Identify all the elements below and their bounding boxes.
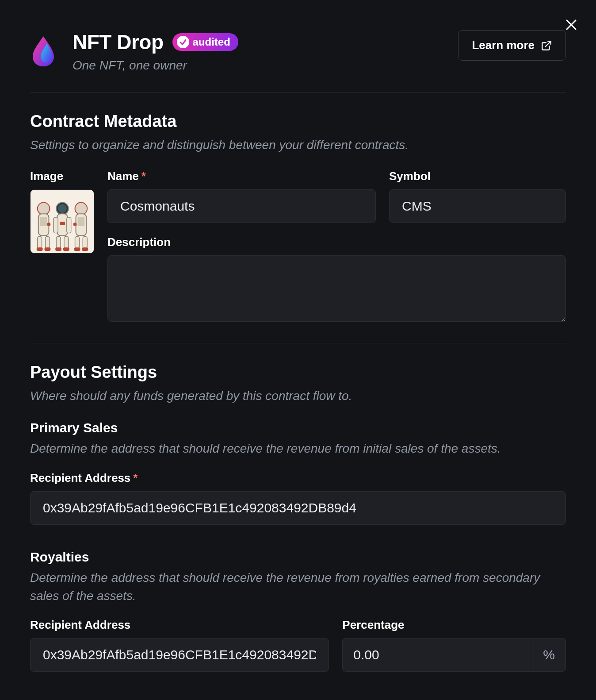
royalties-percentage-col: Percentage % (342, 618, 566, 672)
learn-more-label: Learn more (472, 38, 535, 52)
title-line: NFT Drop audited (73, 30, 238, 54)
payout-settings-section: Payout Settings Where should any funds g… (30, 363, 566, 672)
fields-column: Name* Symbol Description (107, 169, 566, 323)
learn-more-button[interactable]: Learn more (458, 30, 566, 61)
royalties-heading: Royalties (30, 550, 566, 565)
svg-rect-21 (60, 222, 65, 225)
svg-rect-8 (46, 237, 50, 249)
page-title: NFT Drop (73, 30, 164, 54)
close-icon (565, 18, 578, 31)
primary-sales-heading: Primary Sales (30, 420, 566, 435)
image-label: Image (30, 169, 94, 183)
required-asterisk: * (141, 169, 146, 183)
name-input[interactable] (107, 189, 376, 223)
svg-rect-28 (82, 247, 88, 251)
badge-text: audited (193, 36, 230, 48)
percentage-input-wrap: % (342, 638, 566, 672)
contract-metadata-section: Contract Metadata Settings to organize a… (30, 112, 566, 323)
svg-rect-26 (83, 237, 87, 249)
description-label: Description (107, 235, 566, 249)
svg-rect-6 (40, 217, 47, 226)
section-title: Payout Settings (30, 363, 566, 382)
royalties-row: Recipient Address Percentage % (30, 618, 566, 672)
image-thumbnail[interactable] (30, 189, 94, 254)
svg-rect-25 (75, 237, 80, 249)
modal-container: NFT Drop audited One NFT, one owner Lear… (0, 0, 596, 700)
symbol-label: Symbol (389, 169, 566, 183)
header: NFT Drop audited One NFT, one owner Lear… (30, 30, 566, 92)
percentage-suffix: % (532, 638, 566, 672)
section-title: Contract Metadata (30, 112, 566, 131)
external-link-icon (541, 40, 552, 51)
check-icon (177, 36, 189, 48)
svg-line-2 (546, 41, 551, 46)
description-field-wrapper: Description (107, 235, 566, 323)
name-field-wrapper: Name* (107, 169, 376, 223)
name-symbol-row: Name* Symbol (107, 169, 566, 223)
section-desc: Settings to organize and distinguish bet… (30, 136, 566, 154)
royalties-percentage-label: Percentage (342, 618, 566, 632)
name-label: Name* (107, 169, 376, 183)
close-button[interactable] (562, 16, 580, 34)
symbol-field-wrapper: Symbol (389, 169, 566, 223)
svg-rect-9 (37, 247, 43, 251)
svg-rect-10 (45, 247, 51, 251)
svg-rect-18 (64, 237, 69, 249)
name-label-text: Name (107, 169, 139, 183)
svg-point-22 (75, 203, 88, 215)
metadata-row: Image (30, 169, 566, 323)
section-desc: Where should any funds generated by this… (30, 387, 566, 404)
svg-rect-16 (67, 217, 71, 233)
svg-rect-17 (56, 237, 61, 249)
flame-icon (30, 35, 57, 67)
svg-rect-24 (78, 217, 85, 226)
svg-rect-15 (53, 217, 58, 233)
divider (30, 343, 566, 343)
svg-rect-27 (74, 247, 80, 251)
svg-rect-19 (55, 247, 61, 251)
subtitle: One NFT, one owner (73, 58, 238, 73)
royalties-recipient-label: Recipient Address (30, 618, 329, 632)
svg-point-11 (47, 223, 50, 226)
symbol-input[interactable] (389, 189, 566, 223)
header-left: NFT Drop audited One NFT, one owner (30, 30, 238, 73)
royalties-desc: Determine the address that should receiv… (30, 569, 566, 605)
svg-point-4 (38, 203, 50, 215)
primary-sales-group: Primary Sales Determine the address that… (30, 420, 566, 525)
title-block: NFT Drop audited One NFT, one owner (73, 30, 238, 73)
primary-recipient-label-text: Recipient Address (30, 471, 130, 485)
required-asterisk: * (133, 471, 138, 485)
royalties-recipient-address-input[interactable] (30, 638, 329, 672)
svg-point-29 (73, 223, 77, 226)
royalties-group: Royalties Determine the address that sho… (30, 550, 566, 672)
image-column: Image (30, 169, 94, 323)
royalties-percentage-input[interactable] (342, 638, 532, 672)
primary-recipient-label: Recipient Address* (30, 471, 566, 485)
description-textarea[interactable] (107, 255, 566, 322)
svg-point-13 (58, 204, 67, 213)
svg-rect-20 (63, 247, 69, 251)
primary-recipient-address-input[interactable] (30, 491, 566, 525)
audited-badge: audited (172, 33, 238, 51)
primary-sales-desc: Determine the address that should receiv… (30, 440, 566, 458)
svg-rect-7 (38, 237, 42, 249)
royalties-address-col: Recipient Address (30, 618, 329, 672)
